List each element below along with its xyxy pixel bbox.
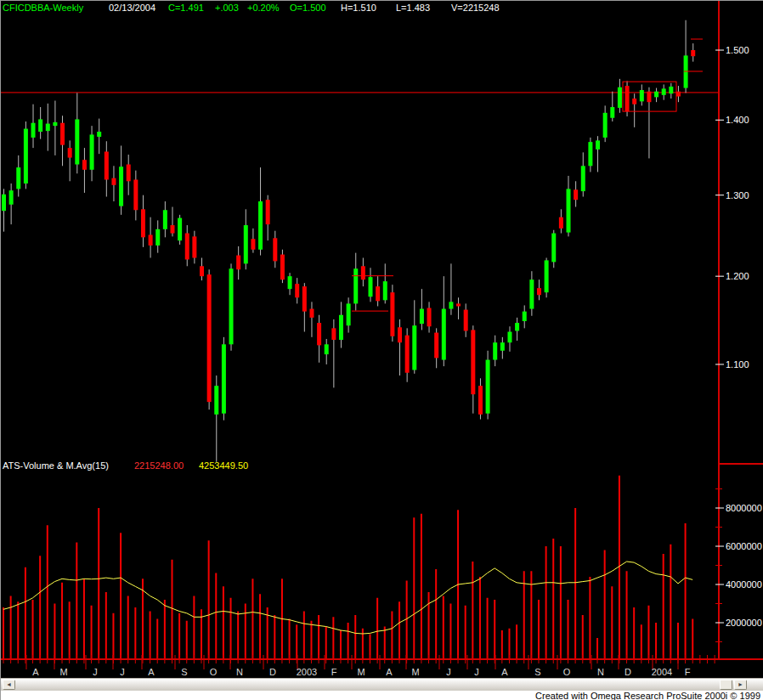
- volume-bar: [332, 617, 334, 659]
- volume-bar: [91, 606, 93, 659]
- candle-body-down: [331, 328, 336, 340]
- volume-bar: [552, 539, 554, 659]
- volume-tick-label: 6000000: [726, 541, 762, 551]
- candle-body-up: [97, 132, 101, 137]
- volume-bar: [443, 596, 444, 660]
- candle-body-up: [2, 195, 6, 211]
- candle-body-up: [353, 268, 358, 303]
- volume-bar: [508, 629, 510, 659]
- candle-body-down: [236, 256, 240, 270]
- scroll-left-button[interactable]: ◄: [3, 680, 15, 690]
- candle-body-up: [486, 360, 490, 414]
- volume-bar: [310, 621, 312, 659]
- candle-body-up: [229, 268, 234, 344]
- annotations[interactable]: [352, 39, 703, 311]
- volume-bar: [39, 556, 41, 659]
- volume-bar: [17, 601, 19, 659]
- volume-bar: [384, 627, 386, 660]
- candle-body-down: [192, 236, 196, 257]
- credit-bar: Created with Omega Research ProSuite 200…: [1, 691, 763, 700]
- candle-body-up: [588, 142, 592, 166]
- volume-bar: [69, 601, 71, 659]
- candle-body-down: [398, 327, 402, 342]
- month-label: J: [474, 667, 479, 677]
- candles: [2, 20, 695, 462]
- candle-body-down: [691, 50, 695, 56]
- candle-body-down: [280, 255, 285, 280]
- volume-bar: [54, 604, 55, 660]
- change-value: +.003: [215, 3, 239, 13]
- volume-bar: [237, 612, 239, 660]
- candle-body-down: [574, 189, 578, 200]
- candle-body-up: [640, 90, 644, 101]
- volume-bar: [10, 596, 12, 660]
- volume-bar: [193, 596, 195, 660]
- candle-body-up: [222, 344, 226, 413]
- price-axis: 1.5001.4001.3001.2001.100: [715, 45, 749, 370]
- candle-body-up: [339, 315, 343, 340]
- volume-bar: [325, 627, 327, 660]
- volume-bar: [391, 612, 393, 660]
- volume-bar: [32, 600, 34, 659]
- scroll-right-button[interactable]: ►: [734, 680, 747, 690]
- price-tick-label: 1.500: [726, 45, 749, 55]
- month-label: J: [446, 667, 451, 677]
- volume-bar: [692, 619, 693, 660]
- candle-body-down: [559, 217, 563, 229]
- candle-body-down: [376, 286, 380, 301]
- candle-body-up: [618, 88, 622, 108]
- candle-body-up: [369, 277, 373, 296]
- scroll-thumb[interactable]: [720, 680, 732, 690]
- volume-bar: [120, 533, 122, 659]
- candle-body-down: [127, 165, 131, 182]
- volume-bar: [560, 546, 562, 659]
- candle-body-up: [38, 119, 42, 132]
- candle-body-up: [662, 88, 666, 94]
- credit-text: Created with Omega Research ProSuite 200…: [535, 691, 760, 700]
- volume-bar: [619, 476, 620, 659]
- volume-bar: [641, 624, 642, 659]
- month-label: F: [685, 667, 691, 677]
- month-label: J: [93, 667, 98, 677]
- month-label: 2004: [652, 667, 672, 677]
- candle-body-down: [170, 225, 174, 233]
- volume-bar: [589, 577, 591, 659]
- low-value: L=1.483: [396, 3, 430, 13]
- volume-bar: [574, 508, 576, 659]
- candle-body-up: [16, 167, 20, 189]
- candle-body-down: [302, 286, 307, 311]
- date-label: 02/13/2004: [109, 3, 155, 13]
- month-label: S: [534, 667, 540, 677]
- volume-bar: [354, 615, 356, 659]
- candle-body-down: [625, 86, 630, 111]
- volume-bar: [296, 624, 297, 659]
- open-value: O=1.500: [290, 3, 326, 13]
- indicator-label: ATS-Volume & M.Avg(15): [3, 460, 109, 471]
- volume-bar: [398, 601, 400, 659]
- close-value: C=1.491: [168, 3, 204, 13]
- candle-body-down: [111, 178, 116, 185]
- volume-bar: [340, 630, 342, 659]
- candle-body-up: [119, 167, 123, 206]
- candle-body-down: [647, 92, 651, 102]
- horizontal-scrollbar[interactable]: ◄ ►: [1, 678, 763, 691]
- chart-canvas[interactable]: 1.5001.4001.3001.2001.100800000060000004…: [1, 1, 763, 678]
- volume-bar: [318, 615, 319, 659]
- candle-body-down: [207, 274, 212, 402]
- volume-bar: [3, 607, 4, 659]
- candle-body-up: [155, 229, 160, 246]
- volume-bar: [479, 577, 481, 659]
- volume-bar: [164, 600, 166, 659]
- volume-bar: [568, 600, 569, 659]
- volume-bar: [274, 615, 275, 659]
- volume-bar: [501, 630, 503, 659]
- candle-body-down: [537, 288, 541, 295]
- candle-body-up: [347, 303, 351, 325]
- volume-bar: [61, 583, 63, 659]
- volume-bar: [156, 619, 158, 660]
- candle-body-up: [31, 123, 36, 138]
- volume-bar: [611, 586, 613, 659]
- volume-bar: [647, 606, 649, 659]
- candle-body-down: [141, 209, 145, 237]
- candle-body-up: [669, 87, 673, 93]
